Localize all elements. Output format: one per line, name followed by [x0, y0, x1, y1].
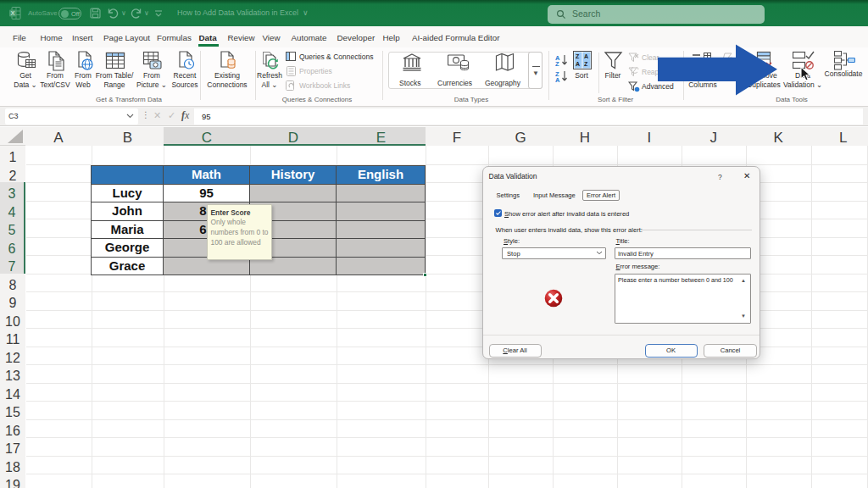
svg-text:A: A — [576, 61, 580, 67]
svg-text:Z: Z — [584, 61, 588, 67]
svg-text:Z: Z — [555, 60, 559, 66]
svg-text:X: X — [10, 9, 14, 17]
svg-text:Z: Z — [576, 53, 580, 59]
svg-text:A: A — [584, 53, 588, 59]
